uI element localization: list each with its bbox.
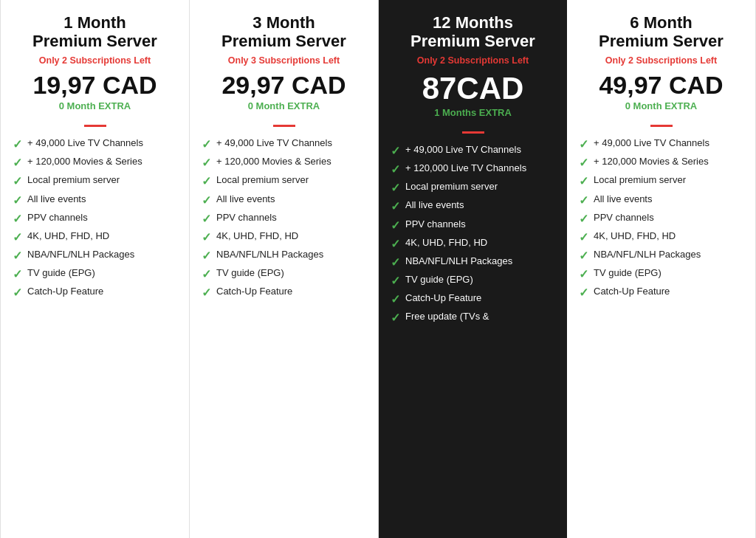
- list-item: ✓Local premium server: [391, 181, 555, 195]
- list-item: ✓+ 49,000 Live TV Channels: [13, 137, 177, 151]
- feature-text: Catch-Up Feature: [216, 286, 366, 298]
- list-item: ✓4K, UHD, FHD, HD: [579, 230, 743, 244]
- check-icon: ✓: [13, 174, 22, 188]
- list-item: ✓NBA/NFL/NLH Packages: [579, 249, 743, 263]
- price-1month: 19,97 CAD: [13, 72, 177, 99]
- feature-text: All live events: [405, 199, 555, 212]
- extra-months-12month: 1 Months EXTRA: [391, 107, 555, 118]
- feature-text: PPV channels: [594, 212, 743, 224]
- check-icon: ✓: [579, 230, 588, 244]
- subscriptions-left-1month: Only 2 Subscriptions Left: [13, 55, 177, 66]
- list-item: ✓TV guide (EPG): [579, 267, 743, 281]
- check-icon: ✓: [579, 193, 588, 207]
- feature-text: + 49,000 Live TV Channels: [405, 144, 555, 156]
- check-icon: ✓: [202, 156, 211, 170]
- list-item: ✓Catch-Up Feature: [391, 292, 555, 306]
- feature-text: Free update (TVs &: [405, 311, 555, 323]
- list-item: ✓Local premium server: [202, 174, 366, 188]
- check-icon: ✓: [391, 181, 400, 195]
- list-item: ✓PPV channels: [202, 212, 366, 226]
- feature-text: Local premium server: [27, 174, 177, 187]
- check-icon: ✓: [579, 212, 588, 226]
- check-icon: ✓: [202, 137, 211, 151]
- check-icon: ✓: [579, 249, 588, 263]
- check-icon: ✓: [202, 174, 211, 188]
- list-item: ✓Catch-Up Feature: [13, 286, 177, 300]
- list-item: ✓+ 120,000 Movies & Series: [202, 156, 366, 170]
- feature-text: NBA/NFL/NLH Packages: [594, 249, 743, 261]
- feature-text: NBA/NFL/NLH Packages: [216, 249, 366, 261]
- feature-text: NBA/NFL/NLH Packages: [27, 249, 177, 261]
- check-icon: ✓: [579, 137, 588, 151]
- check-icon: ✓: [391, 255, 400, 269]
- check-icon: ✓: [579, 156, 588, 170]
- divider-3month: [273, 125, 295, 127]
- feature-text: NBA/NFL/NLH Packages: [405, 255, 555, 268]
- plan-col-6month: 6 MonthPremium ServerOnly 2 Subscription…: [567, 0, 756, 538]
- check-icon: ✓: [579, 286, 588, 300]
- check-icon: ✓: [13, 267, 22, 281]
- feature-text: TV guide (EPG): [594, 267, 743, 280]
- extra-months-6month: 0 Month EXTRA: [579, 100, 743, 111]
- check-icon: ✓: [579, 267, 588, 281]
- plan-title-12month: 12 MonthsPremium Server: [391, 13, 555, 51]
- check-icon: ✓: [13, 193, 22, 207]
- feature-text: PPV channels: [216, 212, 366, 224]
- list-item: ✓All live events: [202, 193, 366, 207]
- feature-text: + 49,000 Live TV Channels: [27, 137, 177, 150]
- feature-text: + 120,000 Movies & Series: [216, 156, 366, 168]
- list-item: ✓Free update (TVs &: [391, 311, 555, 325]
- subscriptions-left-3month: Only 3 Subscriptions Left: [202, 55, 366, 66]
- list-item: ✓TV guide (EPG): [202, 267, 366, 281]
- feature-text: + 120,000 Live TV Channels: [405, 162, 555, 175]
- extra-months-1month: 0 Month EXTRA: [13, 100, 177, 111]
- list-item: ✓All live events: [391, 199, 555, 213]
- check-icon: ✓: [202, 267, 211, 281]
- feature-text: + 120,000 Movies & Series: [27, 156, 177, 168]
- feature-text: Catch-Up Feature: [405, 292, 555, 305]
- check-icon: ✓: [391, 311, 400, 325]
- list-item: ✓NBA/NFL/NLH Packages: [202, 249, 366, 263]
- check-icon: ✓: [391, 199, 400, 213]
- list-item: ✓Local premium server: [13, 174, 177, 188]
- list-item: ✓All live events: [13, 193, 177, 207]
- feature-text: 4K, UHD, FHD, HD: [216, 230, 366, 243]
- features-list-6month: ✓+ 49,000 Live TV Channels✓+ 120,000 Mov…: [579, 137, 743, 300]
- feature-text: TV guide (EPG): [216, 267, 366, 280]
- list-item: ✓+ 49,000 Live TV Channels: [202, 137, 366, 151]
- list-item: ✓+ 120,000 Movies & Series: [13, 156, 177, 170]
- check-icon: ✓: [202, 212, 211, 226]
- price-6month: 49,97 CAD: [579, 72, 743, 99]
- price-3month: 29,97 CAD: [202, 72, 366, 99]
- features-list-1month: ✓+ 49,000 Live TV Channels✓+ 120,000 Mov…: [13, 137, 177, 300]
- list-item: ✓Catch-Up Feature: [202, 286, 366, 300]
- feature-text: Local premium server: [405, 181, 555, 193]
- divider-12month: [462, 131, 484, 134]
- feature-text: All live events: [216, 193, 366, 206]
- feature-text: TV guide (EPG): [405, 274, 555, 286]
- list-item: ✓All live events: [579, 193, 743, 207]
- list-item: ✓NBA/NFL/NLH Packages: [391, 255, 555, 269]
- list-item: ✓PPV channels: [579, 212, 743, 226]
- list-item: ✓4K, UHD, FHD, HD: [13, 230, 177, 244]
- check-icon: ✓: [13, 249, 22, 263]
- list-item: ✓+ 49,000 Live TV Channels: [391, 144, 555, 158]
- feature-text: + 49,000 Live TV Channels: [594, 137, 743, 150]
- list-item: ✓+ 120,000 Movies & Series: [579, 156, 743, 170]
- list-item: ✓NBA/NFL/NLH Packages: [13, 249, 177, 263]
- check-icon: ✓: [391, 162, 400, 176]
- list-item: ✓TV guide (EPG): [391, 274, 555, 288]
- check-icon: ✓: [391, 218, 400, 232]
- check-icon: ✓: [13, 212, 22, 226]
- list-item: ✓Local premium server: [579, 174, 743, 188]
- check-icon: ✓: [579, 174, 588, 188]
- plans-container: 1 MonthPremium ServerOnly 2 Subscription…: [0, 0, 756, 538]
- check-icon: ✓: [13, 286, 22, 300]
- feature-text: All live events: [27, 193, 177, 206]
- check-icon: ✓: [13, 156, 22, 170]
- check-icon: ✓: [391, 274, 400, 288]
- feature-text: All live events: [594, 193, 743, 206]
- divider-1month: [84, 125, 106, 127]
- check-icon: ✓: [13, 230, 22, 244]
- check-icon: ✓: [202, 286, 211, 300]
